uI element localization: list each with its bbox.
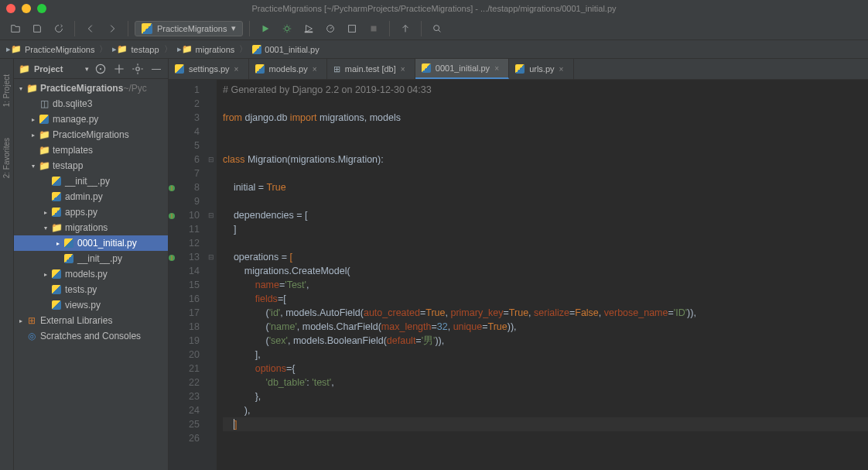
tree-item[interactable]: tests.py [14,282,168,297]
tree-item[interactable]: ▸apps.py [14,204,168,220]
fold-toggle[interactable]: ⊟ [206,208,217,222]
code-line[interactable]: class Migration(migrations.Migration): [223,153,868,166]
tree-item[interactable]: ▸models.py [14,266,168,282]
tab-close-icon[interactable]: × [401,65,408,73]
forward-icon[interactable] [103,19,121,38]
tree-arrow-icon[interactable] [29,100,37,108]
fold-toggle[interactable] [206,180,217,194]
fold-toggle[interactable] [206,417,217,431]
code-line[interactable]: }, [223,389,868,403]
code-line[interactable]: ] [223,417,868,431]
breadcrumb-item[interactable]: 0001_initial.py [252,45,319,54]
close-button[interactable] [6,4,15,13]
editor-tab[interactable]: models.py× [249,59,327,79]
fold-toggle[interactable] [206,292,217,306]
tree-item[interactable]: ◫db.sqlite3 [14,96,168,111]
attach-icon[interactable] [343,19,361,38]
editor-tab[interactable]: 0001_initial.py× [415,59,509,79]
tree-item[interactable]: ▸📁PracticeMigrations [14,127,168,142]
tab-close-icon[interactable]: × [313,65,320,73]
fold-toggle[interactable] [206,194,217,208]
rail-tab[interactable]: 1: Project [2,74,11,107]
tree-item[interactable]: ▾📁migrations [14,220,168,235]
fold-toggle[interactable] [206,362,217,376]
editor-tab[interactable]: urls.py× [509,59,573,79]
tree-item[interactable]: ▸0001_initial.py [14,235,168,251]
tab-close-icon[interactable]: × [494,64,502,72]
fold-toggle[interactable]: ⊟ [206,153,217,166]
tree-arrow-icon[interactable]: ▾ [17,84,25,92]
tree-item[interactable]: __init__.py [14,251,168,266]
back-icon[interactable] [81,19,100,38]
tree-arrow-icon[interactable] [42,193,50,201]
tree-arrow-icon[interactable]: ▾ [42,224,50,232]
maximize-button[interactable] [37,4,46,13]
fold-toggle[interactable] [206,376,217,389]
code-line[interactable]: ], [223,348,868,362]
gear-icon[interactable] [131,62,145,76]
fold-toggle[interactable] [206,334,217,348]
debug-icon[interactable] [278,19,296,38]
breadcrumb-item[interactable]: ▸📁testapp [112,44,159,54]
fold-toggle[interactable] [206,320,217,334]
fold-toggle[interactable] [206,403,217,417]
fold-toggle[interactable] [206,264,217,278]
minimize-button[interactable] [22,4,31,13]
fold-toggle[interactable] [206,348,217,362]
code-line[interactable]: # Generated by Django 2.2 on 2019-12-30 … [223,83,868,97]
code-line[interactable] [223,194,868,208]
stop-icon[interactable] [364,19,383,38]
code-line[interactable]: from django.db import migrations, models [223,111,868,125]
code-editor[interactable]: 1234567891011121314151617181920212223242… [169,80,868,470]
tree-arrow-icon[interactable]: ▸ [54,239,62,247]
tree-arrow-icon[interactable]: ▾ [29,162,37,170]
profiler-icon[interactable] [321,19,340,38]
tree-item[interactable]: 📁templates [14,142,168,158]
fold-toggle[interactable] [206,166,217,180]
fold-toggle[interactable] [206,236,217,250]
tree-arrow-icon[interactable]: ▸ [29,131,37,139]
fold-toggle[interactable] [206,111,217,125]
code-line[interactable]: 'db_table': 'test', [223,376,868,389]
fold-toggle[interactable] [206,83,217,97]
fold-toggle[interactable] [206,125,217,139]
code-line[interactable]: ('name', models.CharField(max_length=32,… [223,320,868,334]
tree-arrow-icon[interactable] [54,255,62,262]
rail-tab[interactable]: 2: Favorites [2,138,11,178]
tree-item[interactable]: __init__.py [14,173,168,189]
tree-arrow-icon[interactable] [42,177,50,185]
code-line[interactable]: migrations.CreateModel( [223,264,868,278]
code-line[interactable] [223,166,868,180]
tab-close-icon[interactable]: × [559,65,567,73]
code-line[interactable] [223,97,868,111]
fold-toggle[interactable] [206,431,217,445]
code-line[interactable]: ] [223,222,868,236]
tree-arrow-icon[interactable]: ▸ [17,317,25,324]
chevron-down-icon[interactable]: ▾ [85,65,89,73]
vcs-icon[interactable] [396,19,415,38]
tree-arrow-icon[interactable]: ▸ [42,270,50,278]
code-line[interactable]: fields=[ [223,292,868,306]
locate-icon[interactable] [94,62,108,76]
code-line[interactable]: operations = [ [223,250,868,264]
search-icon[interactable] [428,19,446,38]
project-tree[interactable]: ▾📁PracticeMigrations ~/Pyc◫db.sqlite3▸ma… [14,79,168,470]
tree-arrow-icon[interactable]: ▸ [29,115,37,123]
tree-arrow-icon[interactable] [17,332,25,340]
code-line[interactable] [223,139,868,153]
tree-item[interactable]: ▾📁PracticeMigrations ~/Pyc [14,81,168,96]
code-line[interactable]: initial = True [223,180,868,194]
run-config-selector[interactable]: PracticeMigrations ▾ [135,21,243,36]
refresh-icon[interactable] [50,19,68,38]
code-line[interactable] [223,125,868,139]
tree-item[interactable]: ▾📁testapp [14,158,168,173]
tree-item[interactable]: ▸⊞External Libraries [14,313,168,328]
code-line[interactable] [223,431,868,445]
fold-toggle[interactable] [206,222,217,236]
code-line[interactable]: ('id', models.AutoField(auto_created=Tru… [223,306,868,320]
code-line[interactable]: dependencies = [ [223,208,868,222]
save-icon[interactable] [28,19,46,38]
breadcrumb-item[interactable]: ▸📁migrations [177,44,235,54]
tree-arrow-icon[interactable] [42,286,50,293]
code-content[interactable]: # Generated by Django 2.2 on 2019-12-30 … [217,80,868,470]
